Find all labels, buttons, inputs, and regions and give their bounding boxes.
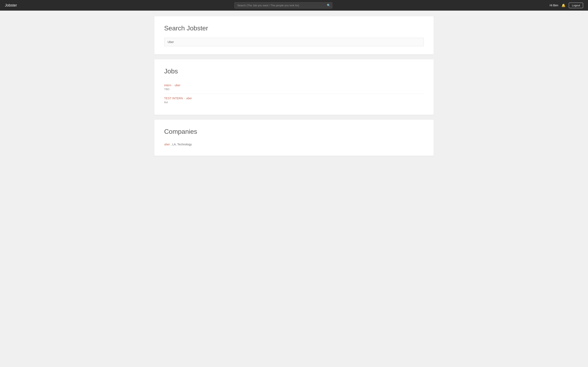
navbar-brand: Jobster [5, 3, 17, 8]
navbar-right: Hi Ben 🔔 Logout [550, 3, 583, 8]
company-item: uber , LA, Technology [164, 141, 424, 148]
job-company-link-2[interactable]: uber [186, 97, 192, 100]
job-title-row: intern - uber [164, 83, 424, 87]
job-separator-1: - [173, 83, 174, 87]
bell-icon[interactable]: 🔔 [562, 3, 566, 7]
navbar-greeting: Hi Ben [550, 4, 558, 7]
job-item: intern - uber TBD [164, 81, 424, 94]
job-description-2: tbd [164, 101, 424, 104]
jobs-card: Jobs intern - uber TBD TEST INTERN - ube… [154, 59, 434, 115]
logout-button[interactable]: Logout [569, 3, 583, 8]
job-company-link-1[interactable]: uber [174, 83, 180, 87]
jobs-card-title: Jobs [164, 67, 424, 75]
navbar-search-container: 🔍 [234, 2, 332, 8]
companies-card-title: Companies [164, 128, 424, 135]
navbar: Jobster 🔍 Hi Ben 🔔 Logout [0, 0, 588, 11]
navbar-search-input[interactable] [234, 2, 332, 8]
navbar-search-wrapper: 🔍 [17, 2, 550, 8]
main-content: Search Jobster Jobs intern - uber TBD TE… [151, 11, 437, 166]
company-link[interactable]: uber [164, 143, 170, 146]
job-title-link-2[interactable]: TEST INTERN [164, 97, 183, 100]
job-title-row-2: TEST INTERN - uber [164, 97, 424, 100]
job-description-1: TBD [164, 88, 424, 91]
search-card-title: Search Jobster [164, 25, 424, 32]
search-card-input[interactable] [164, 38, 424, 46]
companies-card: Companies uber , LA, Technology [154, 120, 434, 156]
company-details: , LA, Technology [171, 143, 192, 146]
search-card: Search Jobster [154, 16, 434, 54]
job-separator-2: - [184, 97, 186, 100]
job-item-2: TEST INTERN - uber tbd [164, 94, 424, 107]
job-title-link-1[interactable]: intern [164, 83, 171, 87]
